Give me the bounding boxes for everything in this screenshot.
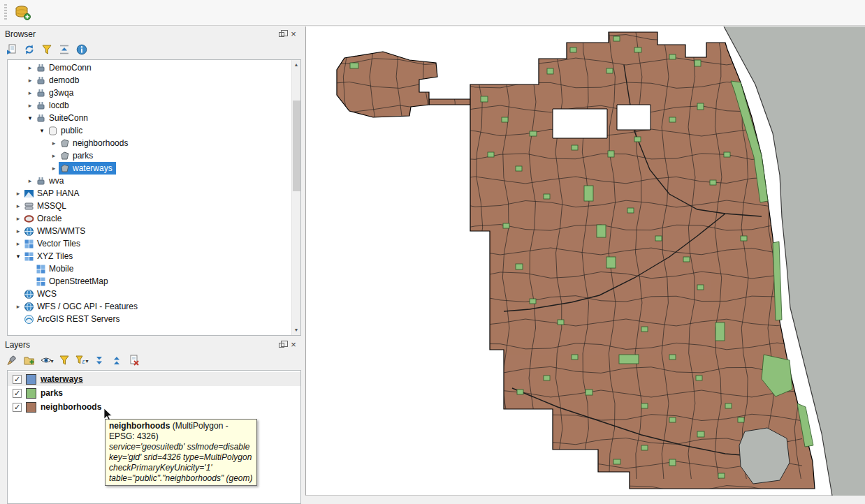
tooltip-title-line: neighborhoods (MultiPolygon - EPSG: 4326… [109, 421, 253, 442]
browser-item-democonn[interactable]: ▸DemoConn [8, 61, 291, 74]
close-panel-icon[interactable]: × [289, 341, 298, 349]
lake-calumet [739, 428, 790, 484]
layer-label: neighborhoods [41, 402, 101, 412]
chevron-right-icon[interactable]: ▸ [49, 140, 59, 147]
mouse-cursor [102, 408, 113, 424]
chevron-right-icon[interactable]: ▸ [13, 303, 23, 310]
filter-browser-icon [41, 43, 53, 58]
oracle-icon [23, 214, 34, 224]
filter-browser-button[interactable] [39, 43, 54, 58]
layer-checkbox[interactable]: ✓ [13, 375, 22, 384]
db-manager-button[interactable] [13, 3, 32, 22]
chevron-right-icon[interactable]: ▸ [13, 190, 23, 197]
collapse-layers-button[interactable] [109, 353, 124, 369]
refresh-button[interactable] [22, 43, 37, 58]
browser-item-wms-wmts[interactable]: ▸WMS/WMTS [8, 225, 291, 237]
browser-item-label: parks [73, 151, 93, 161]
float-panel-icon[interactable] [279, 29, 284, 39]
chevron-right-icon[interactable]: ▸ [13, 202, 23, 209]
chevron-right-icon[interactable]: ▸ [49, 152, 59, 159]
chevron-right-icon[interactable]: ▸ [13, 228, 23, 235]
browser-tree: ▸DemoConn▸demodb▸g3wqa▸locdb▾SuiteConn▾p… [8, 61, 291, 325]
layer-item-waterways[interactable]: ✓waterways [8, 372, 300, 386]
chevron-right-icon[interactable]: ▸ [25, 89, 35, 96]
browser-item-label: public [61, 126, 82, 135]
close-panel-icon[interactable]: × [289, 30, 298, 38]
float-panel-icon[interactable] [279, 340, 284, 350]
layer-checkbox[interactable]: ✓ [13, 403, 22, 412]
chevron-right-icon[interactable]: ▸ [49, 165, 59, 172]
tiles-icon [23, 251, 34, 262]
browser-item-mobile[interactable]: Mobile [8, 262, 291, 275]
layer-item-parks[interactable]: ✓parks [8, 386, 300, 400]
browser-item-locdb[interactable]: ▸locdb [8, 99, 291, 112]
map-canvas[interactable] [305, 27, 865, 496]
chevron-right-icon[interactable]: ▸ [25, 177, 35, 184]
tooltip-line: key='gid' srid=4326 type=MultiPolygon [109, 452, 253, 463]
add-selected-layers-button[interactable] [4, 43, 20, 58]
park-polygon [572, 355, 578, 360]
browser-item-wva[interactable]: ▸wva [8, 175, 291, 187]
browser-item-oracle[interactable]: ▸Oracle [8, 212, 291, 225]
browser-item-label: g3wqa [49, 88, 73, 98]
map-svg[interactable] [306, 27, 865, 496]
browser-item-label: wva [49, 176, 64, 186]
layer-checkbox[interactable]: ✓ [13, 389, 22, 398]
browser-scrollbar[interactable]: ▲ ▼ [291, 60, 300, 335]
hana-icon [23, 188, 34, 199]
remove-layer-button[interactable] [126, 353, 142, 369]
park-polygon [641, 445, 648, 450]
park-polygon [725, 403, 732, 408]
browser-item-parks[interactable]: ▸parks [8, 149, 291, 162]
park-polygon [619, 355, 639, 364]
park-polygon [584, 186, 593, 201]
toolbar-grip[interactable] [4, 4, 7, 21]
collapse-all-button[interactable] [57, 43, 72, 58]
properties-widget-button[interactable] [74, 43, 89, 58]
park-polygon [547, 68, 553, 74]
park-polygon [572, 145, 578, 150]
park-polygon [350, 63, 358, 68]
browser-item-arcgis-rest-servers[interactable]: ArcGIS REST Servers [8, 313, 291, 325]
map-themes-button[interactable]: ▾ [39, 353, 54, 369]
filter-legend-button[interactable] [57, 353, 72, 369]
browser-item-xyz-tiles[interactable]: ▾XYZ Tiles [8, 250, 291, 262]
layer-styling-button[interactable] [4, 353, 20, 369]
browser-item-sap-hana[interactable]: ▸SAP HANA [8, 187, 291, 200]
chevron-down-icon[interactable]: ▾ [25, 114, 35, 121]
expand-all-icon [93, 354, 106, 369]
browser-item-wcs[interactable]: WCS [8, 288, 291, 300]
browser-item-vector-tiles[interactable]: ▸Vector Tiles [8, 237, 291, 250]
browser-item-mssql[interactable]: ▸MSSQL [8, 200, 291, 212]
browser-item-public[interactable]: ▾public [8, 124, 291, 137]
tiles-icon [23, 239, 34, 249]
browser-item-demodb[interactable]: ▸demodb [8, 74, 291, 87]
scroll-down-icon[interactable]: ▼ [292, 325, 300, 335]
browser-item-openstreetmap[interactable]: OpenStreetMap [8, 275, 291, 288]
browser-item-wfs-ogc-api-features[interactable]: ▸WFS / OGC API - Features [8, 300, 291, 313]
filter-expression-button[interactable]: ε▾ [74, 353, 89, 369]
add-group-button[interactable] [22, 353, 37, 369]
chevron-right-icon[interactable]: ▸ [13, 240, 23, 247]
scrollbar-thumb[interactable] [293, 101, 300, 191]
layers-toolbar: ▾ε▾ [0, 352, 303, 370]
qgis-window: Browser × ▸DemoConn▸demodb▸g3wqa▸locdb▾S… [0, 0, 865, 504]
chevron-down-icon[interactable]: ▾ [37, 127, 47, 134]
park-polygon [669, 355, 676, 360]
browser-item-waterways[interactable]: ▸waterways [8, 162, 291, 175]
chevron-down-icon[interactable]: ▾ [13, 253, 23, 260]
mssql-icon [23, 201, 34, 212]
browser-item-neighborhoods[interactable]: ▸neighborhoods [8, 137, 291, 149]
browser-item-g3wqa[interactable]: ▸g3wqa [8, 87, 291, 99]
chevron-right-icon[interactable]: ▸ [25, 77, 35, 84]
expand-all-button[interactable] [92, 353, 107, 369]
chevron-right-icon[interactable]: ▸ [25, 102, 35, 109]
browser-item-suiteconn[interactable]: ▾SuiteConn [8, 112, 291, 124]
chevron-right-icon[interactable]: ▸ [25, 64, 35, 71]
chevron-right-icon[interactable]: ▸ [13, 215, 23, 222]
scroll-up-icon[interactable]: ▲ [292, 60, 300, 70]
browser-item-label: locdb [49, 101, 69, 110]
browser-item-label: WCS [37, 289, 57, 299]
layer-item-neighborhoods[interactable]: ✓neighborhoods [8, 400, 300, 414]
browser-panel: Browser × ▸DemoConn▸demodb▸g3wqa▸locdb▾S… [0, 27, 303, 337]
